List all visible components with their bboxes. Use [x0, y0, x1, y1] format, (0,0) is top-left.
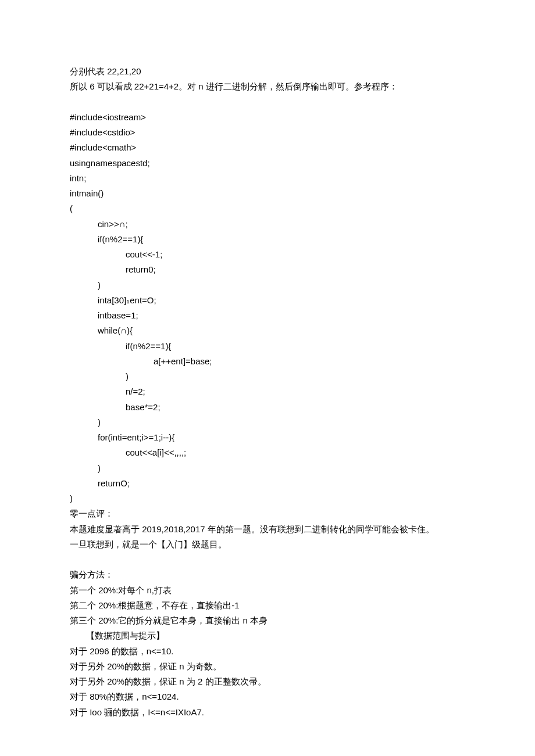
text-line: #include<iostream> [70, 110, 465, 125]
text-line: intn; [70, 171, 465, 186]
text-line: ( [70, 201, 465, 216]
text-line: ) [70, 491, 465, 506]
text-line: cout<<-1; [70, 247, 465, 262]
text-line: intmain() [70, 186, 465, 201]
text-line: cout<<a[i]<<,,,,; [70, 445, 465, 460]
text-line: 对于 80%的数据，n<=1024. [70, 689, 465, 704]
text-line: usingnamespacestd; [70, 156, 465, 171]
text-line: a[++ent]=base; [70, 354, 465, 369]
text-line: 对于 2096 的数据，n<=10. [70, 644, 465, 659]
text-line [70, 95, 465, 110]
text-line: n/=2; [70, 384, 465, 399]
text-line: ) [70, 369, 465, 384]
text-line: #include<cmath> [70, 140, 465, 155]
text-line: ) [70, 415, 465, 430]
text-line: #include<cstdio> [70, 125, 465, 140]
text-line: 骗分方法： [70, 567, 465, 582]
text-line [70, 552, 465, 567]
text-line: return0; [70, 262, 465, 277]
text-line: if(n%2==1){ [70, 232, 465, 247]
text-line: intbase=1; [70, 308, 465, 323]
text-line: base*=2; [70, 400, 465, 415]
text-line: 所以 6 可以看成 22+21=4+2。对 n 进行二进制分解，然后倒序输出即可… [70, 79, 465, 94]
text-line: ) [70, 461, 465, 476]
text-line: for(inti=ent;i>=1;i--){ [70, 430, 465, 445]
text-line: 【数据范围与提示】 [70, 628, 465, 643]
text-line: ) [70, 278, 465, 293]
text-line: 对于另外 20%的数据，保证 n 为奇数。 [70, 659, 465, 674]
text-line: 第一个 20%:对每个 n,打表 [70, 583, 465, 598]
text-line: while(∩){ [70, 323, 465, 338]
text-line: 分别代表 22,21,20 [70, 64, 465, 79]
text-line: 对于 Ioo 骊的数据，I<=n<=IXIoA7. [70, 705, 465, 720]
text-line: returnO; [70, 476, 465, 491]
text-line: 零一点评： [70, 506, 465, 521]
text-line: if(n%2==1){ [70, 339, 465, 354]
text-line: 第三个 20%:它的拆分就是它本身，直接输出 n 本身 [70, 613, 465, 628]
text-line: inta[30]₁ent=O; [70, 293, 465, 308]
text-line: 第二个 20%:根据题意，不存在，直接输出-1 [70, 598, 465, 613]
text-line: 本题难度显著高于 2019,2018,2017 年的第一题。没有联想到二进制转化… [70, 522, 465, 537]
text-line: 一旦联想到，就是一个【入门】级题目。 [70, 537, 465, 552]
text-line: cin>>∩; [70, 217, 465, 232]
text-line: 对于另外 20%的数据，保证 n 为 2 的正整数次帚。 [70, 674, 465, 689]
document-page: 分别代表 22,21,20所以 6 可以看成 22+21=4+2。对 n 进行二… [0, 0, 535, 755]
